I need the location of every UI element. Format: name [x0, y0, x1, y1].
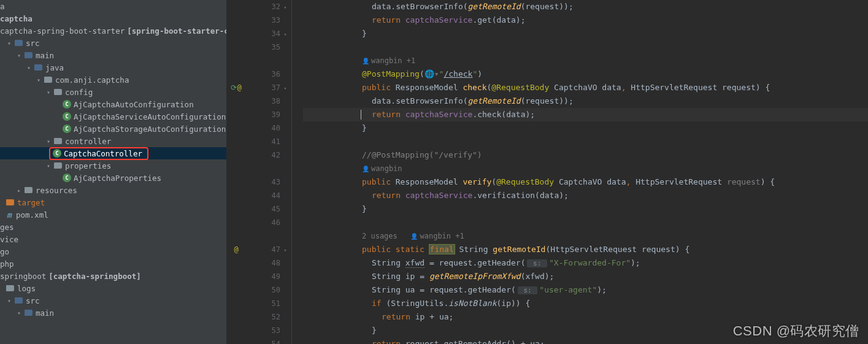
chevron-down-icon[interactable]: ▾ — [25, 64, 33, 71]
chevron-right-icon[interactable]: ▸ — [15, 187, 23, 194]
gutter[interactable]: 3233343536373839404142434445464748495051… — [245, 0, 292, 344]
tree-item[interactable]: C AjCaptchaStorageAutoConfiguration — [0, 123, 226, 135]
tree-item-captcha[interactable]: captcha — [0, 12, 226, 25]
tree-item-springboot[interactable]: springboot [captcha-springboot] — [0, 270, 226, 282]
class-icon: C — [63, 112, 71, 121]
tree-item-resources[interactable]: ▸ resources — [0, 184, 226, 196]
tree-item-config[interactable]: ▾ config — [0, 86, 226, 98]
tree-item[interactable]: vice — [0, 233, 226, 245]
package-icon — [53, 161, 63, 170]
folder-icon — [23, 185, 33, 195]
tree-item-package[interactable]: ▾ com.anji.captcha — [0, 74, 226, 86]
tree-item[interactable]: php — [0, 258, 226, 270]
package-icon — [53, 136, 63, 146]
tree-item-captcha-controller[interactable]: C CaptchaController — [0, 147, 226, 159]
chevron-down-icon[interactable]: ▾ — [44, 138, 53, 145]
folder-icon — [5, 283, 15, 293]
chevron-down-icon[interactable]: ▾ — [15, 52, 23, 59]
maven-icon: m — [5, 210, 13, 219]
chevron-down-icon[interactable]: ▾ — [5, 40, 13, 47]
tree-item-java[interactable]: ▾ java — [0, 61, 226, 74]
tree-item[interactable]: a — [0, 0, 226, 12]
folder-icon — [5, 197, 15, 207]
tree-item-properties[interactable]: ▾ properties — [0, 159, 226, 172]
class-icon: C — [63, 124, 71, 133]
package-icon — [43, 75, 53, 85]
chevron-down-icon[interactable]: ▾ — [15, 310, 23, 316]
class-icon: C — [63, 100, 71, 109]
tree-item-controller[interactable]: ▾ controller — [0, 135, 226, 147]
chevron-down-icon[interactable]: ▾ — [44, 162, 53, 169]
tree-item-target[interactable]: target — [0, 196, 226, 208]
tree-item[interactable]: logs — [0, 282, 226, 294]
folder-icon — [23, 50, 33, 60]
tree-item[interactable]: ▾ src — [0, 294, 226, 307]
tree-item-starter[interactable]: captcha-spring-boot-starter [spring-boot… — [0, 25, 226, 37]
tree-item[interactable]: C AjCaptchaAutoConfiguration — [0, 98, 226, 110]
folder-icon — [13, 38, 23, 48]
tree-item-pom[interactable]: m pom.xml — [0, 208, 226, 221]
class-icon: C — [53, 149, 61, 158]
package-icon — [53, 87, 63, 97]
folder-icon — [23, 308, 33, 318]
project-tree[interactable]: a captcha captcha-spring-boot-starter [s… — [0, 0, 227, 344]
chevron-down-icon[interactable]: ▾ — [44, 89, 53, 96]
code-area[interactable]: data.setBrowserInfo(getRemoteId(request)… — [292, 0, 868, 344]
chevron-down-icon[interactable]: ▾ — [5, 297, 13, 304]
class-icon: C — [63, 174, 71, 182]
chevron-down-icon[interactable]: ▾ — [34, 77, 43, 83]
tree-item[interactable]: C AjCaptchaServiceAutoConfiguration — [0, 110, 226, 123]
folder-icon — [33, 63, 43, 72]
tree-item[interactable]: ges — [0, 221, 226, 233]
folder-icon — [13, 296, 23, 305]
code-editor[interactable]: ⟳@@ 323334353637383940414243444546474849… — [227, 0, 868, 344]
tree-item-main[interactable]: ▾ main — [0, 49, 226, 61]
tree-item[interactable]: ▾ main — [0, 307, 226, 319]
tree-item-src[interactable]: ▾ src — [0, 37, 226, 49]
tree-item[interactable]: C AjCaptchaProperties — [0, 172, 226, 184]
tree-item[interactable]: go — [0, 245, 226, 258]
